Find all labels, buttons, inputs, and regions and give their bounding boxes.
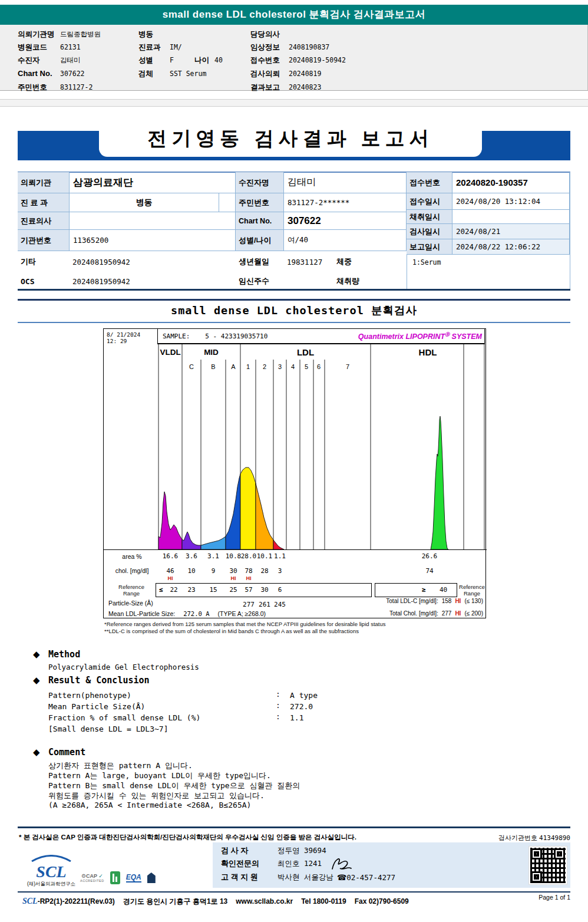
area-value: 28.0 xyxy=(241,549,257,564)
field-label: 병동 xyxy=(138,29,153,39)
info-sublabel: 채취량 xyxy=(333,272,369,290)
info-value: 2024081950942 xyxy=(70,251,236,272)
footer-rule-top xyxy=(18,826,570,828)
result-value: A type xyxy=(290,691,318,700)
hi-flag: HI xyxy=(455,598,461,604)
section-rule-bottom xyxy=(18,322,570,323)
sample-label: SAMPLE: xyxy=(163,332,190,340)
curve-ldl3 xyxy=(273,540,284,549)
comment-heading: Comment xyxy=(48,747,85,758)
table-bottom-border xyxy=(18,289,570,291)
field-label: 성별 xyxy=(138,55,153,65)
result-heading: Result & Conclusion xyxy=(48,675,150,686)
fax: Fax 02)790-6509 xyxy=(355,897,409,905)
chol-value: 74 xyxy=(425,564,433,578)
diamond-icon: ◆ xyxy=(33,648,40,660)
info-value: 20240820-190357 xyxy=(452,172,570,193)
result-note: [Small dense LDL = LDL3~7] xyxy=(48,725,169,733)
lipoprint-chart: 8/ 21/2024 12: 29 SAMPLE: 5 - 4233190357… xyxy=(103,328,486,618)
ref-value: 6 xyxy=(278,583,282,597)
area-value: 26.6 xyxy=(422,549,438,564)
info-label: 보고일시 xyxy=(407,239,452,255)
area-value: 1.1 xyxy=(274,549,286,564)
chol-value: 28 xyxy=(260,564,268,578)
field-value: 62131 xyxy=(60,43,81,51)
info-value: 11365200 xyxy=(70,230,236,251)
field-value: 307622 xyxy=(60,70,85,78)
info-sublabel: 체중 xyxy=(333,251,369,272)
signature-icon xyxy=(328,855,356,872)
hi-flag: HI xyxy=(231,575,236,582)
sample-id: 5 - 423319035710 xyxy=(205,332,267,340)
staff-row: 확인전문의 최인호 1241 xyxy=(221,858,322,869)
reference-range-label-left: Reference Range xyxy=(108,584,154,597)
ref-value: 22 xyxy=(170,583,177,597)
info-label: 임신주수 xyxy=(236,272,284,290)
info-value xyxy=(452,210,570,224)
website-url: www.scllab.co.kr xyxy=(236,897,293,905)
field-value: SST Serum xyxy=(170,70,206,78)
ref-value: 25 xyxy=(229,583,237,597)
field-label: 병원코드 xyxy=(18,42,47,52)
lipoprint-brand: Quantimetrix LIPOPRINTⒷ SYSTEM xyxy=(358,331,482,341)
field-value: 2408190837 xyxy=(289,43,329,51)
phone-icon: ☎ xyxy=(337,873,346,882)
info-label: OCS xyxy=(18,272,70,290)
area-value: 3.6 xyxy=(186,549,197,564)
info-value: 2024/08/22 12:06:22 xyxy=(452,239,570,255)
registered-mark-icon: Ⓑ xyxy=(445,332,450,337)
field-label: 임상정보 xyxy=(250,42,280,52)
field-label: 검사의뢰 xyxy=(250,69,280,79)
info-value: 307622 xyxy=(284,212,407,230)
ref-operator: ≤ xyxy=(159,583,163,597)
colon: : xyxy=(276,701,280,710)
reference-range-label-right: Reference Range xyxy=(458,584,485,597)
field-label: 결과보고 xyxy=(250,83,280,93)
colon: : xyxy=(276,712,280,721)
info-label: 생년월일 xyxy=(236,251,284,272)
kslm-logo-icon xyxy=(110,871,120,884)
info-value: 2024081950942 xyxy=(70,272,236,290)
info-value: 김태미 xyxy=(284,172,407,193)
footnote: *Reference ranges derived from 125 serum… xyxy=(104,621,386,627)
field-label: 검체 xyxy=(138,69,153,79)
field-value: F xyxy=(170,56,174,64)
field-label: 담당의사 xyxy=(250,29,280,39)
result-label: Fraction % of small dense LDL (%) xyxy=(48,713,200,722)
section-rule-top xyxy=(18,299,570,301)
comment-line: 상기환자 표현형은 pattern A 입니다. xyxy=(48,760,193,771)
field-value: 20240819-50942 xyxy=(289,56,346,64)
telephone: Tel 1800-0119 xyxy=(301,897,346,905)
total-chol-row: Total Chol. [mg/dl]: 277 HI (≤ 200) xyxy=(357,610,483,617)
info-label: 기관번호 xyxy=(18,230,70,251)
hi-flag: HI xyxy=(168,575,173,582)
chart-datetime: 8/ 21/2024 12: 29 xyxy=(107,331,140,344)
info-label: 의뢰기관 xyxy=(18,172,70,193)
chol-value: 3 xyxy=(278,564,282,578)
info-value: 19831127 xyxy=(284,251,337,272)
diamond-icon: ◆ xyxy=(33,674,40,686)
footnote: **LDL-C is comprised of the sum of chole… xyxy=(104,628,359,634)
ref-value: 40 xyxy=(440,583,447,597)
comment-line: Pattern B는 small dense LDL이 우세한 type으로 심… xyxy=(48,781,300,791)
report-title: small dense LDL cholesterol 분획검사 검사결과보고서 xyxy=(163,9,426,20)
ref-value: 30 xyxy=(260,583,268,597)
field-label: 진료과 xyxy=(138,42,161,52)
ref-value: 57 xyxy=(245,583,252,597)
diamond-icon: ◆ xyxy=(33,746,40,758)
curve-mid-a xyxy=(226,474,240,549)
method-value: Polyacrylamide Gel Electrophoresis xyxy=(48,663,199,671)
area-value: 3.1 xyxy=(207,549,219,564)
banner-box: 전기영동 검사결과 보고서 xyxy=(99,120,482,157)
info-label: 진료의사 xyxy=(18,212,70,230)
info-value: 삼광의료재단 xyxy=(70,172,236,193)
qr-finder xyxy=(554,848,565,860)
area-value: 16.6 xyxy=(163,549,179,564)
row-label: chol. [mg/dl] xyxy=(110,567,154,574)
curve-vldl xyxy=(158,492,182,549)
field-value: 김태미 xyxy=(60,56,81,65)
certification-text: * 본 검사실은 CAP 인증과 대한진단검사의학회/진단검사의학재단의 우수검… xyxy=(19,833,356,842)
comment-line: (A ≥268A, 265A < Intermediate <268A, B≤2… xyxy=(48,801,251,809)
info-value: 여/40 xyxy=(284,230,407,251)
qr-code xyxy=(529,847,567,884)
